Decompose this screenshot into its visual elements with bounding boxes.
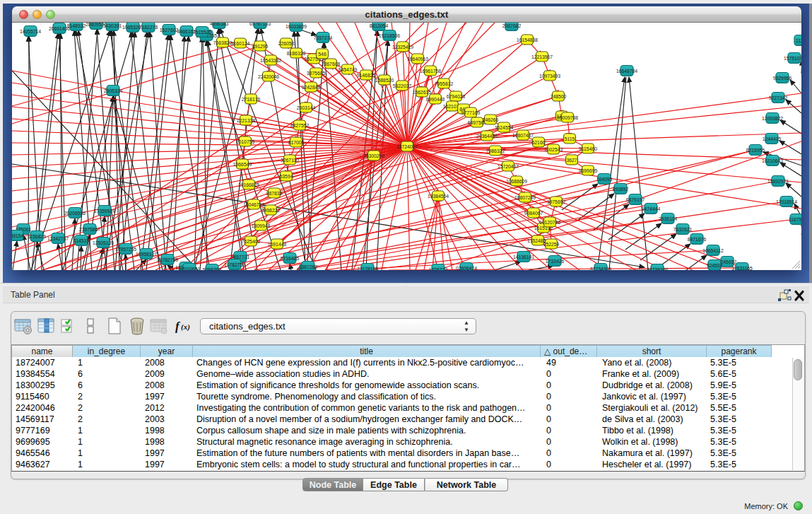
svg-text:8990448: 8990448 <box>426 97 445 102</box>
svg-text:10688609: 10688609 <box>506 179 527 184</box>
svg-text:10973493: 10973493 <box>539 74 560 78</box>
svg-text:924502: 924502 <box>707 263 723 268</box>
svg-text:15751074: 15751074 <box>784 56 801 61</box>
svg-text:19384554: 19384554 <box>428 194 449 199</box>
svg-text:2087682: 2087682 <box>502 23 522 28</box>
svg-text:7986322: 7986322 <box>486 148 505 153</box>
svg-text:22420046: 22420046 <box>258 74 279 79</box>
svg-text:887833: 887833 <box>266 191 283 196</box>
svg-text:817006: 817006 <box>288 140 305 145</box>
svg-text:2867608: 2867608 <box>322 62 341 66</box>
svg-text:748500: 748500 <box>551 94 567 99</box>
svg-text:62160: 62160 <box>532 140 546 145</box>
svg-text:7357274: 7357274 <box>314 35 333 40</box>
svg-text:16543382: 16543382 <box>260 58 281 63</box>
svg-text:8813054: 8813054 <box>370 23 389 28</box>
svg-text:f: f <box>175 320 181 333</box>
svg-text:65787133: 65787133 <box>249 23 271 26</box>
svg-text:1221338: 1221338 <box>237 118 256 123</box>
svg-text:5322037: 5322037 <box>393 83 412 88</box>
svg-text:4896383: 4896383 <box>210 23 229 26</box>
svg-text:12505135: 12505135 <box>93 240 114 245</box>
svg-text:546: 546 <box>318 52 326 57</box>
svg-text:3627: 3627 <box>566 158 577 163</box>
svg-text:3875685: 3875685 <box>307 71 326 76</box>
svg-text:05009788: 05009788 <box>557 115 578 120</box>
svg-text:12213967: 12213967 <box>531 54 553 59</box>
svg-text:9146821: 9146821 <box>357 73 376 78</box>
svg-text:746266: 746266 <box>483 117 499 122</box>
svg-text:3387262: 3387262 <box>299 264 318 269</box>
svg-text:18807249: 18807249 <box>514 195 536 200</box>
svg-text:893892: 893892 <box>613 187 629 192</box>
svg-text:1588520: 1588520 <box>375 78 394 83</box>
svg-text:8186328: 8186328 <box>287 51 306 56</box>
svg-text:10958107: 10958107 <box>136 252 157 257</box>
svg-text:19218506: 19218506 <box>379 33 400 38</box>
svg-text:2905334: 2905334 <box>104 88 123 93</box>
svg-text:164095: 164095 <box>596 177 613 182</box>
svg-text:18640910: 18640910 <box>407 57 428 62</box>
svg-text:5115: 5115 <box>565 136 575 141</box>
svg-text:9227342: 9227342 <box>769 95 788 100</box>
svg-text:9242848: 9242848 <box>302 85 321 90</box>
svg-text:39154: 39154 <box>12 233 24 238</box>
svg-text:20206536: 20206536 <box>64 211 86 216</box>
svg-text:3498222: 3498222 <box>261 208 281 213</box>
svg-text:25300293: 25300293 <box>363 153 384 158</box>
svg-text:7955812: 7955812 <box>435 81 454 86</box>
svg-text:6879197: 6879197 <box>626 197 645 202</box>
svg-text:10807487: 10807487 <box>512 133 534 138</box>
svg-text:10782759: 10782759 <box>224 262 245 267</box>
svg-text:37631165: 37631165 <box>731 266 753 271</box>
svg-text:9115460: 9115460 <box>579 146 597 151</box>
svg-text:10120746: 10120746 <box>539 220 560 225</box>
svg-text:1975692: 1975692 <box>547 199 566 204</box>
svg-text:3267110: 3267110 <box>281 158 299 163</box>
svg-text:116753: 116753 <box>789 217 801 222</box>
svg-text:19166825: 19166825 <box>238 182 259 187</box>
svg-text:67010651: 67010651 <box>179 267 200 271</box>
svg-text:12325419: 12325419 <box>392 45 413 49</box>
svg-text:14055714: 14055714 <box>20 29 41 34</box>
svg-text:23975867: 23975867 <box>79 227 100 232</box>
svg-text:5098393: 5098393 <box>203 267 222 271</box>
svg-text:9160124: 9160124 <box>231 41 250 46</box>
svg-text:16154838: 16154838 <box>517 37 538 42</box>
svg-text:9474444: 9474444 <box>642 206 661 211</box>
svg-text:02606474: 02606474 <box>456 266 477 271</box>
svg-text:7632621: 7632621 <box>673 227 693 232</box>
svg-text:8215955: 8215955 <box>746 148 765 153</box>
svg-text:2718176: 2718176 <box>242 97 261 102</box>
svg-text:9084067: 9084067 <box>524 211 543 216</box>
svg-text:8427552: 8427552 <box>290 123 310 128</box>
svg-text:15720407: 15720407 <box>498 164 519 169</box>
svg-text:5716485: 5716485 <box>281 256 300 261</box>
svg-text:9457721: 9457721 <box>231 255 250 259</box>
svg-text:14136141: 14136141 <box>513 255 534 259</box>
svg-text:9699695: 9699695 <box>579 168 598 173</box>
svg-text:3624554: 3624554 <box>495 125 514 130</box>
svg-text:2935114: 2935114 <box>659 216 677 221</box>
svg-text:1244415: 1244415 <box>763 136 782 141</box>
svg-text:16648784: 16648784 <box>616 69 637 74</box>
svg-text:34738299: 34738299 <box>647 267 668 271</box>
svg-text:16210643: 16210643 <box>762 158 783 163</box>
svg-text:2803144: 2803144 <box>297 105 316 110</box>
svg-text:1002543: 1002543 <box>544 147 563 152</box>
svg-text:891295: 891295 <box>252 44 269 49</box>
svg-text:1156829: 1156829 <box>28 234 46 239</box>
svg-text:16782759: 16782759 <box>157 257 178 262</box>
svg-text:7182278: 7182278 <box>139 25 158 30</box>
svg-text:12093822: 12093822 <box>762 116 783 121</box>
svg-text:18724007: 18724007 <box>396 144 418 149</box>
svg-text:20364436: 20364436 <box>476 134 498 139</box>
svg-text:17016514: 17016514 <box>776 199 797 204</box>
svg-text:15692971: 15692971 <box>767 179 789 184</box>
svg-text:17359924: 17359924 <box>94 209 115 214</box>
svg-text:17957255: 17957255 <box>115 247 136 252</box>
svg-text:7515526: 7515526 <box>193 30 212 35</box>
svg-text:8471676: 8471676 <box>688 237 707 242</box>
svg-text:9329966: 9329966 <box>773 76 792 81</box>
svg-text:16033809: 16033809 <box>286 24 307 29</box>
